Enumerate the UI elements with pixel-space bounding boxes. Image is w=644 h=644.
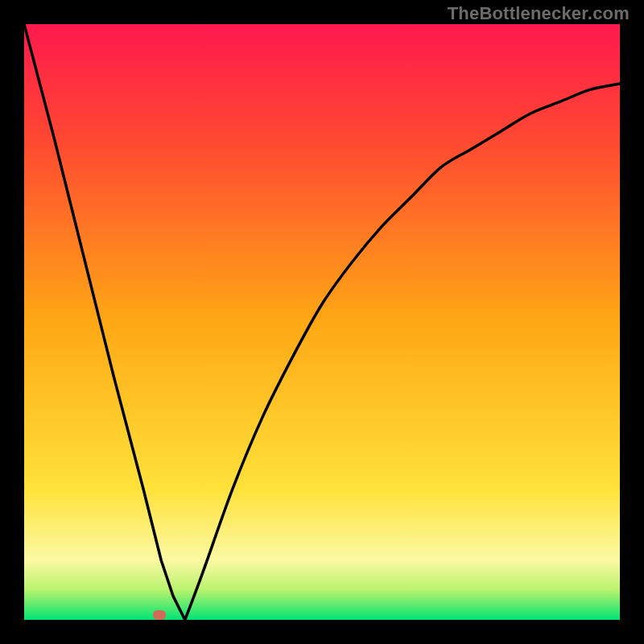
- attribution-text: TheBottlenecker.com: [448, 3, 630, 24]
- plot-svg: [24, 24, 620, 620]
- chart-container: TheBottlenecker.com: [0, 0, 644, 644]
- plot-area: [24, 24, 620, 620]
- optimum-marker: [153, 610, 166, 620]
